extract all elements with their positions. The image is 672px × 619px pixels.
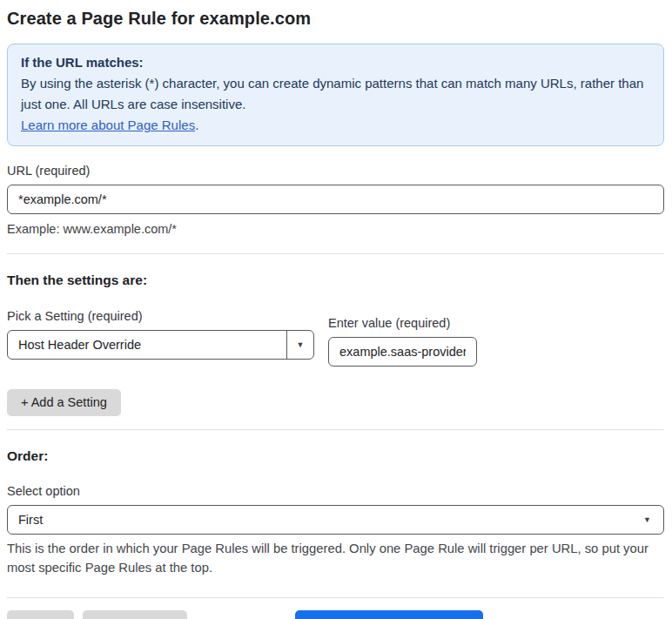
footer-actions: Cancel Save as Draft Save and Deploy Pag… bbox=[7, 610, 664, 619]
save-deploy-button[interactable]: Save and Deploy Page Rule bbox=[295, 610, 483, 619]
info-box-heading: If the URL matches: bbox=[21, 52, 650, 73]
pick-setting-column: Pick a Setting (required) Host Header Ov… bbox=[7, 309, 314, 360]
link-suffix: . bbox=[195, 118, 198, 132]
url-helper-text: Example: www.example.com/* bbox=[7, 220, 664, 239]
info-box-link-line: Learn more about Page Rules. bbox=[21, 115, 650, 136]
cancel-button[interactable]: Cancel bbox=[7, 610, 74, 619]
order-heading: Order: bbox=[7, 448, 664, 464]
chevron-down-icon: ▼ bbox=[297, 341, 305, 349]
enter-value-column: Enter value (required) bbox=[328, 309, 477, 367]
order-select-value: First bbox=[18, 513, 43, 527]
page-rule-form: Create a Page Rule for example.com If th… bbox=[0, 0, 672, 619]
learn-more-link[interactable]: Learn more about Page Rules bbox=[21, 118, 195, 132]
save-draft-button[interactable]: Save as Draft bbox=[83, 610, 187, 619]
setting-row: Pick a Setting (required) Host Header Ov… bbox=[7, 309, 664, 367]
url-label: URL (required) bbox=[7, 164, 664, 178]
setting-dropdown-value: Host Header Override bbox=[8, 331, 286, 359]
order-helper-text: This is the order in which your Page Rul… bbox=[7, 539, 664, 577]
url-match-info-box: If the URL matches: By using the asteris… bbox=[7, 44, 664, 146]
setting-dropdown-toggle[interactable]: ▼ bbox=[286, 331, 313, 359]
order-select[interactable]: First ▼ bbox=[7, 505, 664, 535]
divider bbox=[7, 253, 664, 254]
url-input[interactable] bbox=[7, 185, 664, 214]
enter-value-label: Enter value (required) bbox=[328, 316, 477, 330]
add-setting-button[interactable]: + Add a Setting bbox=[7, 389, 121, 416]
setting-value-input[interactable] bbox=[328, 337, 477, 367]
pick-setting-label: Pick a Setting (required) bbox=[7, 309, 314, 323]
divider bbox=[7, 597, 664, 598]
chevron-down-icon: ▼ bbox=[643, 516, 651, 524]
setting-dropdown[interactable]: Host Header Override ▼ bbox=[7, 330, 314, 360]
page-title: Create a Page Rule for example.com bbox=[7, 9, 664, 29]
settings-heading: Then the settings are: bbox=[7, 272, 664, 288]
order-select-label: Select option bbox=[7, 484, 664, 498]
info-box-body: By using the asterisk (*) character, you… bbox=[21, 73, 650, 115]
divider bbox=[7, 429, 664, 430]
